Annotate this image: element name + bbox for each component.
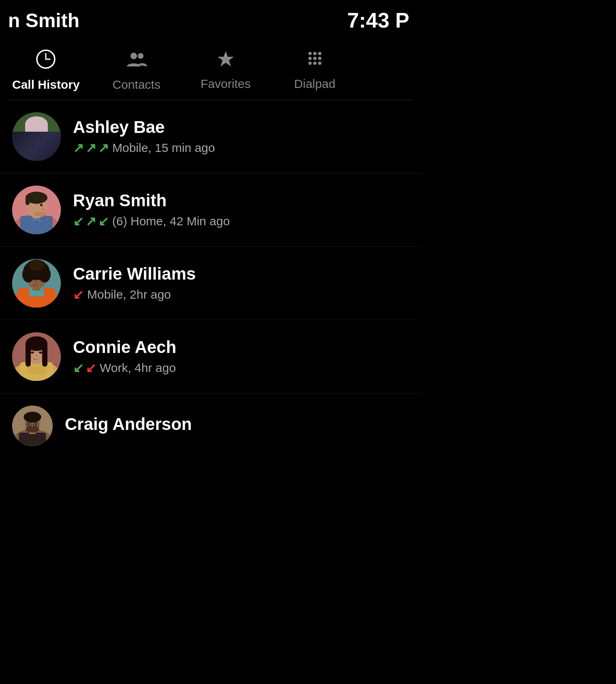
svg-rect-19 (22, 144, 51, 146)
contact-name-carrie-williams: Carrie Williams (73, 264, 409, 284)
svg-point-27 (31, 132, 34, 135)
svg-point-17 (12, 137, 61, 161)
call-list: Ashley Bae ↗ ↗ ↗ Mobile, 15 min ago (0, 100, 421, 446)
svg-point-28 (39, 132, 42, 135)
call-info-ashley-bae: Ashley Bae ↗ ↗ ↗ Mobile, 15 min ago (73, 118, 409, 156)
call-meta-ashley-bae: Mobile, 15 min ago (112, 141, 215, 155)
svg-rect-22 (32, 139, 41, 145)
contacts-icon (126, 49, 147, 74)
arrow-out-2: ↗ (86, 140, 96, 156)
call-info-connie-aech: Connie Aech ↙ ↙ Work, 4hr ago (73, 338, 409, 376)
arrow-in-1: ↙ (73, 214, 84, 229)
arrow-in-green: ↙ (73, 360, 84, 376)
tab-favorites-label: Favorites (201, 77, 250, 91)
contact-name-craig-anderson: Craig Anderson (65, 415, 409, 434)
call-item-ryan-smith[interactable]: Ryan Smith ↙ ↗ ↙ (6) Home, 42 Min ago (0, 173, 421, 247)
svg-point-52 (31, 277, 34, 279)
status-time: 7:43 P (347, 8, 409, 32)
arrow-missed-1: ↙ (73, 287, 84, 302)
call-details-connie-aech: ↙ ↙ Work, 4hr ago (73, 360, 409, 376)
svg-point-64 (31, 352, 34, 354)
arrow-out-3: ↗ (98, 140, 109, 156)
tab-dialpad-label: Dialpad (294, 77, 336, 91)
call-item-connie-aech[interactable]: Connie Aech ↙ ↙ Work, 4hr ago (0, 320, 421, 393)
tab-dialpad[interactable]: Dialpad (270, 45, 359, 95)
contact-name-ashley-bae: Ashley Bae (73, 118, 409, 137)
svg-point-39 (44, 204, 48, 209)
tab-call-history-label: Call History (12, 78, 80, 92)
avatar-carrie-williams (12, 259, 61, 308)
arrow-missed-2: ↙ (86, 360, 96, 376)
avatar-ashley-bae (12, 112, 61, 161)
svg-marker-5 (218, 51, 234, 66)
svg-point-73 (24, 412, 41, 423)
contact-name-ryan-smith: Ryan Smith (73, 191, 409, 210)
tab-bar: Call History Contacts Favorites (0, 36, 421, 100)
svg-point-10 (313, 57, 317, 60)
svg-point-14 (318, 62, 321, 65)
svg-rect-41 (34, 212, 45, 216)
call-arrows-connie-aech: ↙ ↙ (73, 360, 96, 376)
tab-contacts[interactable]: Contacts (92, 45, 181, 96)
svg-point-6 (308, 52, 312, 55)
call-details-carrie-williams: ↙ Mobile, 2hr ago (73, 287, 409, 302)
svg-point-12 (308, 62, 312, 65)
svg-point-13 (313, 62, 317, 65)
svg-point-40 (40, 204, 43, 206)
dialpad-icon (305, 49, 325, 73)
svg-point-53 (38, 277, 41, 279)
contact-name-connie-aech: Connie Aech (73, 338, 409, 357)
svg-point-54 (34, 280, 37, 282)
svg-point-4 (138, 53, 143, 59)
svg-rect-25 (25, 122, 30, 145)
call-meta-connie-aech: Work, 4hr ago (100, 361, 176, 375)
call-details-ryan-smith: ↙ ↗ ↙ (6) Home, 42 Min ago (73, 214, 409, 229)
arrow-out-1: ↗ (73, 140, 84, 156)
svg-rect-18 (22, 143, 51, 161)
svg-rect-26 (43, 122, 48, 145)
status-bar: n Smith 7:43 P (0, 0, 421, 36)
tab-favorites[interactable]: Favorites (181, 45, 270, 95)
svg-rect-70 (19, 433, 46, 446)
arrow-out-1: ↗ (86, 214, 96, 229)
svg-rect-67 (28, 366, 45, 374)
call-arrows-carrie-williams: ↙ (73, 287, 84, 302)
call-details-ashley-bae: ↗ ↗ ↗ Mobile, 15 min ago (73, 140, 409, 156)
svg-rect-62 (26, 342, 31, 367)
svg-point-80 (32, 426, 33, 427)
call-info-craig-anderson: Craig Anderson (65, 415, 409, 437)
call-arrows-ashley-bae: ↗ ↗ ↗ (73, 140, 109, 156)
tab-call-history[interactable]: Call History (0, 45, 92, 96)
svg-point-7 (313, 52, 317, 55)
svg-point-78 (35, 423, 37, 425)
call-item-ashley-bae[interactable]: Ashley Bae ↗ ↗ ↗ Mobile, 15 min ago (0, 100, 421, 173)
call-meta-carrie-williams: Mobile, 2hr ago (87, 288, 171, 301)
svg-rect-21 (22, 152, 51, 154)
tab-contacts-label: Contacts (113, 78, 160, 92)
svg-point-29 (36, 135, 37, 137)
call-info-carrie-williams: Carrie Williams ↙ Mobile, 2hr ago (73, 264, 409, 302)
svg-rect-63 (42, 342, 47, 367)
svg-point-77 (28, 423, 30, 425)
avatar-craig-anderson (12, 406, 53, 446)
avatar-ryan-smith (12, 186, 61, 234)
svg-point-11 (318, 57, 321, 60)
svg-point-3 (130, 53, 137, 59)
arrow-in-2: ↙ (98, 214, 109, 229)
svg-rect-20 (22, 148, 51, 150)
call-item-carrie-williams[interactable]: Carrie Williams ↙ Mobile, 2hr ago (0, 247, 421, 320)
call-meta-ryan-smith: (6) Home, 42 Min ago (112, 214, 230, 228)
svg-rect-38 (26, 197, 30, 205)
svg-point-55 (29, 259, 44, 271)
svg-point-65 (39, 352, 42, 354)
svg-point-66 (36, 355, 38, 356)
call-info-ryan-smith: Ryan Smith ↙ ↗ ↙ (6) Home, 42 Min ago (73, 191, 409, 229)
call-arrows-ryan-smith: ↙ ↗ ↙ (73, 214, 109, 229)
call-item-craig-anderson[interactable]: Craig Anderson (0, 393, 421, 446)
star-icon (216, 49, 235, 73)
svg-point-9 (308, 57, 312, 60)
avatar-connie-aech (12, 332, 61, 381)
svg-point-8 (318, 52, 321, 55)
clock-icon (35, 49, 56, 74)
status-left-text: n Smith (8, 9, 79, 32)
